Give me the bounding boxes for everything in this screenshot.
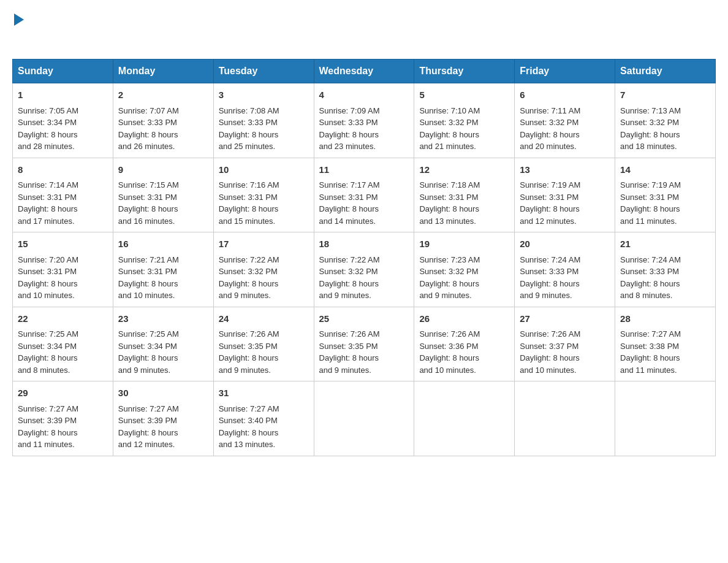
sunset-text: Sunset: 3:33 PM [219, 118, 278, 127]
daylight-minutes-text: and 12 minutes. [520, 216, 577, 226]
daylight-minutes-text: and 9 minutes. [219, 291, 271, 300]
daylight-text: Daylight: 8 hours [18, 279, 78, 288]
daylight-minutes-text: and 12 minutes. [118, 440, 175, 449]
daylight-text: Daylight: 8 hours [419, 279, 479, 288]
sunrise-text: Sunrise: 7:18 AM [419, 180, 480, 190]
week-row-4: 22Sunrise: 7:25 AMSunset: 3:34 PMDayligh… [13, 307, 716, 381]
daylight-minutes-text: and 25 minutes. [219, 142, 276, 151]
sunset-text: Sunset: 3:32 PM [419, 267, 478, 276]
day-number: 23 [118, 312, 208, 326]
sunset-text: Sunset: 3:32 PM [419, 118, 478, 127]
sunrise-text: Sunrise: 7:05 AM [18, 106, 78, 115]
calendar-cell: 16Sunrise: 7:21 AMSunset: 3:31 PMDayligh… [113, 232, 213, 307]
daylight-minutes-text: and 16 minutes. [118, 216, 175, 226]
sunset-text: Sunset: 3:33 PM [118, 118, 177, 127]
day-header-sunday: Sunday [13, 59, 113, 83]
sunset-text: Sunset: 3:31 PM [18, 193, 77, 202]
daylight-minutes-text: and 9 minutes. [419, 291, 471, 300]
week-row-2: 8Sunrise: 7:14 AMSunset: 3:31 PMDaylight… [13, 158, 716, 232]
calendar-cell [314, 381, 414, 456]
sunset-text: Sunset: 3:37 PM [520, 342, 578, 351]
daylight-minutes-text: and 8 minutes. [18, 366, 70, 375]
sunset-text: Sunset: 3:32 PM [620, 118, 679, 127]
daylight-minutes-text: and 13 minutes. [219, 440, 276, 449]
sunset-text: Sunset: 3:31 PM [419, 193, 478, 202]
calendar-cell: 22Sunrise: 7:25 AMSunset: 3:34 PMDayligh… [13, 307, 113, 381]
daylight-text: Daylight: 8 hours [219, 353, 279, 362]
day-number: 18 [319, 237, 409, 251]
calendar-cell: 6Sunrise: 7:11 AMSunset: 3:32 PMDaylight… [515, 83, 615, 158]
daylight-minutes-text: and 9 minutes. [219, 366, 271, 375]
calendar-cell: 11Sunrise: 7:17 AMSunset: 3:31 PMDayligh… [314, 158, 414, 232]
calendar-cell: 21Sunrise: 7:24 AMSunset: 3:33 PMDayligh… [615, 232, 716, 307]
sunrise-text: Sunrise: 7:27 AM [620, 329, 681, 339]
day-number: 16 [118, 237, 208, 251]
calendar-cell: 3Sunrise: 7:08 AMSunset: 3:33 PMDaylight… [213, 83, 314, 158]
sunrise-text: Sunrise: 7:24 AM [620, 255, 681, 264]
day-number: 12 [419, 163, 509, 177]
day-header-thursday: Thursday [414, 59, 515, 83]
calendar-cell: 9Sunrise: 7:15 AMSunset: 3:31 PMDaylight… [113, 158, 213, 232]
day-number: 8 [18, 163, 108, 177]
daylight-text: Daylight: 8 hours [620, 353, 680, 362]
calendar-cell: 13Sunrise: 7:19 AMSunset: 3:31 PMDayligh… [515, 158, 615, 232]
calendar-cell: 27Sunrise: 7:26 AMSunset: 3:37 PMDayligh… [515, 307, 615, 381]
day-number: 1 [18, 88, 108, 102]
sunrise-text: Sunrise: 7:09 AM [319, 106, 380, 115]
sunset-text: Sunset: 3:31 PM [118, 193, 177, 202]
daylight-text: Daylight: 8 hours [18, 204, 78, 213]
daylight-text: Daylight: 8 hours [419, 204, 479, 213]
daylight-minutes-text: and 9 minutes. [520, 291, 572, 300]
sunset-text: Sunset: 3:33 PM [620, 267, 679, 276]
daylight-minutes-text: and 9 minutes. [118, 366, 170, 375]
daylight-minutes-text: and 11 minutes. [18, 440, 75, 449]
calendar-cell: 17Sunrise: 7:22 AMSunset: 3:32 PMDayligh… [213, 232, 314, 307]
sunset-text: Sunset: 3:35 PM [319, 342, 378, 351]
sunset-text: Sunset: 3:33 PM [520, 267, 578, 276]
logo [12, 12, 24, 47]
daylight-minutes-text: and 28 minutes. [18, 142, 75, 151]
day-number: 10 [219, 163, 309, 177]
daylight-text: Daylight: 8 hours [620, 130, 680, 139]
sunset-text: Sunset: 3:32 PM [219, 267, 278, 276]
daylight-text: Daylight: 8 hours [118, 428, 178, 437]
day-number: 26 [419, 312, 509, 326]
day-number: 6 [520, 88, 610, 102]
day-header-tuesday: Tuesday [213, 59, 314, 83]
sunrise-text: Sunrise: 7:21 AM [118, 255, 179, 264]
calendar-cell: 1Sunrise: 7:05 AMSunset: 3:34 PMDaylight… [13, 83, 113, 158]
day-number: 28 [620, 312, 710, 326]
sunrise-text: Sunrise: 7:07 AM [118, 106, 179, 115]
day-header-wednesday: Wednesday [314, 59, 414, 83]
sunset-text: Sunset: 3:31 PM [118, 267, 177, 276]
calendar-cell: 24Sunrise: 7:26 AMSunset: 3:35 PMDayligh… [213, 307, 314, 381]
daylight-minutes-text: and 26 minutes. [118, 142, 175, 151]
sunrise-text: Sunrise: 7:24 AM [520, 255, 580, 264]
day-number: 11 [319, 163, 409, 177]
daylight-text: Daylight: 8 hours [219, 279, 279, 288]
sunrise-text: Sunrise: 7:26 AM [419, 329, 480, 339]
calendar-cell: 10Sunrise: 7:16 AMSunset: 3:31 PMDayligh… [213, 158, 314, 232]
calendar-cell: 23Sunrise: 7:25 AMSunset: 3:34 PMDayligh… [113, 307, 213, 381]
daylight-text: Daylight: 8 hours [18, 130, 78, 139]
calendar-cell: 8Sunrise: 7:14 AMSunset: 3:31 PMDaylight… [13, 158, 113, 232]
daylight-text: Daylight: 8 hours [319, 279, 379, 288]
calendar-cell: 29Sunrise: 7:27 AMSunset: 3:39 PMDayligh… [13, 381, 113, 456]
sunrise-text: Sunrise: 7:11 AM [520, 106, 580, 115]
daylight-minutes-text: and 10 minutes. [520, 366, 577, 375]
daylight-text: Daylight: 8 hours [118, 204, 178, 213]
daylight-text: Daylight: 8 hours [419, 130, 479, 139]
daylight-text: Daylight: 8 hours [118, 279, 178, 288]
day-number: 24 [219, 312, 309, 326]
day-number: 31 [219, 386, 309, 400]
day-number: 27 [520, 312, 610, 326]
sunrise-text: Sunrise: 7:23 AM [419, 255, 480, 264]
day-number: 20 [520, 237, 610, 251]
calendar-cell: 14Sunrise: 7:19 AMSunset: 3:31 PMDayligh… [615, 158, 716, 232]
sunrise-text: Sunrise: 7:27 AM [118, 404, 179, 413]
calendar-cell: 25Sunrise: 7:26 AMSunset: 3:35 PMDayligh… [314, 307, 414, 381]
day-number: 13 [520, 163, 610, 177]
day-header-monday: Monday [113, 59, 213, 83]
daylight-minutes-text: and 11 minutes. [620, 216, 677, 226]
sunrise-text: Sunrise: 7:10 AM [419, 106, 480, 115]
